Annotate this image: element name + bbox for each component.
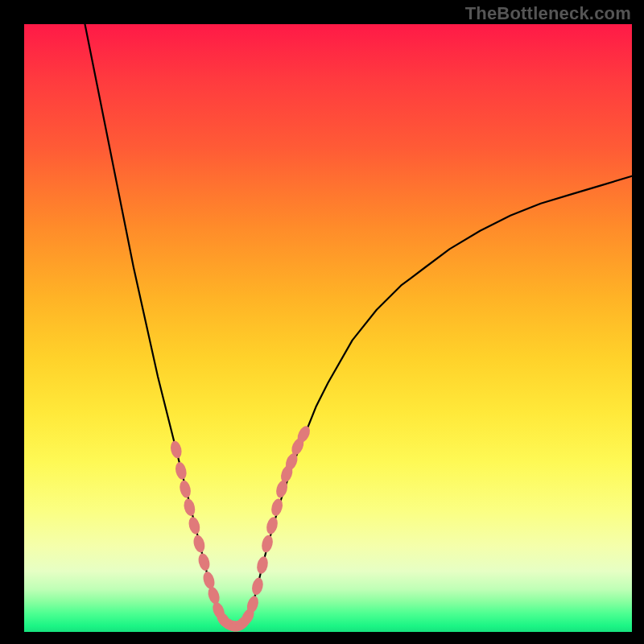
plot-area [24,24,632,632]
bottleneck-curve [85,24,633,626]
curve-marker [174,461,188,481]
curve-marker [187,516,201,536]
curve-marker [178,479,192,498]
curve-marker [250,576,265,596]
curve-svg [24,24,632,632]
marker-cluster [169,424,312,634]
chart-frame: TheBottleneck.com [0,0,644,644]
curve-marker [206,585,221,605]
curve-marker [265,516,279,536]
curve-marker [182,497,196,517]
curve-marker [192,534,206,554]
curve-marker [260,534,275,553]
curve-marker [201,570,217,590]
curve-marker [169,440,184,459]
curve-marker [270,497,284,518]
curve-marker [196,552,211,572]
watermark-text: TheBottleneck.com [465,3,631,24]
curve-marker [255,555,270,575]
